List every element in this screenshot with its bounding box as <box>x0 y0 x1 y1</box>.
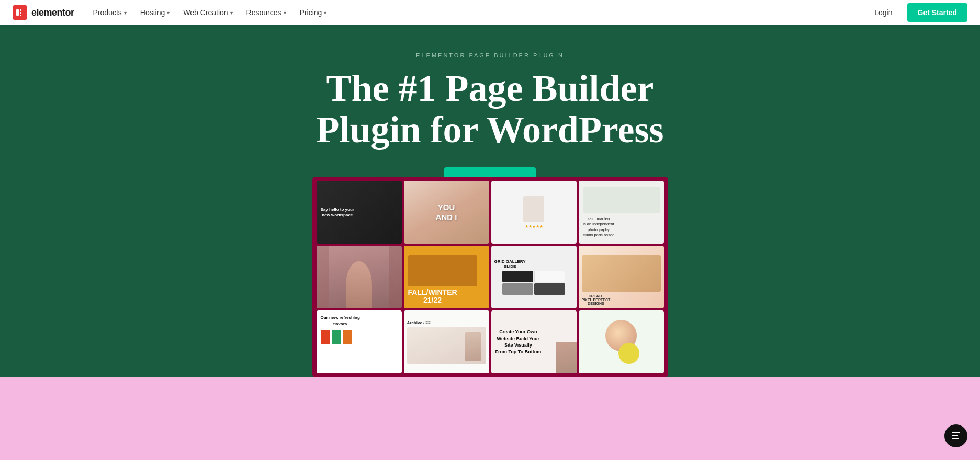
flavor-boxes <box>321 330 352 344</box>
chevron-down-icon: ▾ <box>124 10 127 16</box>
collage-cell-5 <box>317 246 402 308</box>
collage-cell-1: Say hello to yournew workspace <box>317 181 402 244</box>
nav-pricing[interactable]: Pricing ▾ <box>294 0 333 25</box>
logo-text: elementor <box>31 7 74 18</box>
hero-subtitle: ELEMENTOR PAGE BUILDER PLUGIN <box>416 52 564 59</box>
portrait-silhouette <box>329 246 389 308</box>
collage-cell-6: FALL/WINTER21/22 <box>404 246 489 308</box>
collage-wrapper: Say hello to yournew workspace YOUAND I … <box>312 177 668 377</box>
chevron-down-icon: ▾ <box>167 10 170 16</box>
collage-cell-12 <box>579 310 664 373</box>
svg-rect-2 <box>20 12 21 14</box>
pink-section <box>0 377 980 460</box>
chevron-down-icon: ▾ <box>284 10 286 16</box>
collage-grid: Say hello to yournew workspace YOUAND I … <box>312 177 668 377</box>
collage-cell-2: YOUAND I <box>404 181 489 244</box>
chevron-down-icon: ▾ <box>324 10 326 16</box>
svg-rect-3 <box>20 15 21 16</box>
login-button[interactable]: Login <box>868 5 898 20</box>
svg-rect-6 <box>952 438 959 439</box>
collage-cell-4: saint madlenis an independentphotography… <box>579 181 664 244</box>
nav-web-creation[interactable]: Web Creation ▾ <box>177 0 239 25</box>
logo-icon <box>13 5 27 20</box>
collage-cell-3: ★★★★★ <box>491 181 577 244</box>
chat-bubble[interactable] <box>944 424 967 447</box>
navbar: elementor Products ▾ Hosting ▾ Web Creat… <box>0 0 980 25</box>
nav-right: Login Get Started <box>868 3 967 22</box>
svg-rect-1 <box>20 9 21 12</box>
collage-cell-11: Create Your OwnWebsite Build YourSite Vi… <box>491 310 577 373</box>
archive-img <box>407 327 486 364</box>
nav-hosting[interactable]: Hosting ▾ <box>134 0 176 25</box>
nav-products[interactable]: Products ▾ <box>87 0 133 25</box>
collage-cell-7: GRID GALLERYSLIDE <box>491 246 577 308</box>
logo[interactable]: elementor <box>13 5 74 20</box>
svg-rect-0 <box>16 9 19 16</box>
collage-cell-9: Our new, refreshingflavors <box>317 310 402 373</box>
nav-resources[interactable]: Resources ▾ <box>240 0 292 25</box>
product-image <box>523 196 544 222</box>
mini-grid <box>502 271 566 295</box>
svg-rect-4 <box>952 432 960 433</box>
svg-rect-5 <box>952 435 958 436</box>
person-img <box>408 255 477 286</box>
chevron-down-icon: ▾ <box>230 10 233 16</box>
product-placeholder <box>582 255 661 292</box>
nav-items: Products ▾ Hosting ▾ Web Creation ▾ Reso… <box>87 0 869 25</box>
hero-section: ELEMENTOR PAGE BUILDER PLUGIN The #1 Pag… <box>0 0 980 377</box>
yellow-circle <box>618 343 639 364</box>
photo-placeholder <box>583 187 660 213</box>
get-started-button[interactable]: Get Started <box>907 3 967 22</box>
collage-cell-10: Archive / ≡≡ <box>404 310 489 373</box>
collage-cell-8: CREATEPIXEL PERFECTDESIGNS <box>579 246 664 308</box>
stars: ★★★★★ <box>525 224 543 229</box>
person-small <box>556 342 577 373</box>
hero-title: The #1 Page Builder Plugin for WordPress <box>316 68 663 151</box>
